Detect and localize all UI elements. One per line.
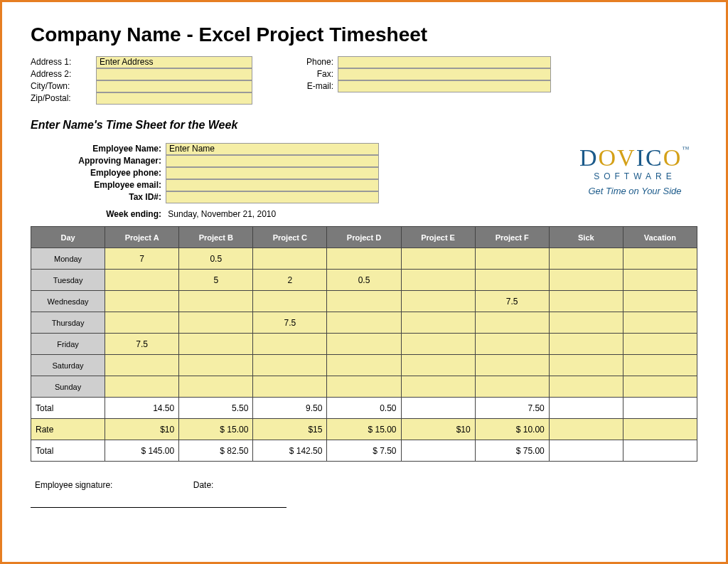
hours-cell[interactable]: [401, 376, 475, 398]
hours-cell[interactable]: [327, 248, 401, 270]
hours-cell[interactable]: 7.5: [475, 291, 549, 312]
table-row: Tuesday520.5: [31, 270, 697, 291]
hours-cell[interactable]: [549, 334, 623, 355]
hours-cell[interactable]: [401, 355, 475, 376]
hours-cell[interactable]: 5: [179, 270, 253, 291]
hours-cell[interactable]: [327, 312, 401, 334]
hours-cell[interactable]: [253, 355, 327, 376]
hours-cell[interactable]: [179, 334, 253, 355]
hours-cell[interactable]: [327, 291, 401, 312]
signature-line: [31, 507, 287, 508]
address2-input[interactable]: [96, 68, 252, 80]
grand-total-cell: $ 142.50: [253, 440, 327, 462]
employee-signature-label: Employee signature:: [35, 480, 112, 490]
zip-input[interactable]: [96, 92, 252, 105]
total-cell: 7.50: [475, 398, 549, 419]
hours-cell[interactable]: [253, 376, 327, 398]
hours-cell[interactable]: [549, 312, 623, 334]
hours-cell[interactable]: [105, 270, 179, 291]
hours-cell[interactable]: [549, 355, 623, 376]
email-input[interactable]: [338, 80, 551, 92]
hours-cell[interactable]: [327, 376, 401, 398]
day-cell: Wednesday: [31, 291, 105, 312]
timesheet-table: DayProject AProject BProject CProject DP…: [31, 226, 697, 462]
hours-cell[interactable]: [179, 312, 253, 334]
hours-cell[interactable]: [105, 291, 179, 312]
rate-symbol-cell[interactable]: $10: [105, 419, 179, 440]
hours-cell[interactable]: [475, 334, 549, 355]
hours-cell[interactable]: 7: [105, 248, 179, 270]
city-input[interactable]: [96, 80, 252, 92]
hours-cell[interactable]: [475, 376, 549, 398]
column-header: Day: [31, 227, 105, 248]
column-header: Project A: [105, 227, 179, 248]
table-row: Wednesday7.5: [31, 291, 697, 312]
hours-cell[interactable]: [401, 248, 475, 270]
approving-manager-input[interactable]: [166, 155, 379, 167]
address1-label: Address 1:: [31, 56, 96, 68]
address1-input[interactable]: Enter Address: [96, 56, 252, 68]
hours-cell[interactable]: [253, 334, 327, 355]
hours-cell[interactable]: [623, 270, 697, 291]
rate-blank-cell[interactable]: [623, 419, 697, 440]
approving-manager-label: Approving Manager:: [66, 155, 166, 167]
hours-cell[interactable]: [623, 376, 697, 398]
total-cell: 9.50: [253, 398, 327, 419]
hours-cell[interactable]: 7.5: [253, 312, 327, 334]
hours-cell[interactable]: [401, 334, 475, 355]
hours-cell[interactable]: [475, 270, 549, 291]
hours-cell[interactable]: [549, 248, 623, 270]
hours-cell[interactable]: [623, 334, 697, 355]
hours-cell[interactable]: [549, 376, 623, 398]
column-header: Project F: [475, 227, 549, 248]
column-header: Project E: [401, 227, 475, 248]
column-header: Project B: [179, 227, 253, 248]
hours-cell[interactable]: [179, 291, 253, 312]
hours-cell[interactable]: [623, 248, 697, 270]
table-row: Monday70.5: [31, 248, 697, 270]
rate-value-cell[interactable]: $ 15.00: [327, 419, 401, 440]
hours-cell[interactable]: [179, 376, 253, 398]
rate-row-label: Rate: [31, 419, 105, 440]
hours-cell[interactable]: [475, 355, 549, 376]
day-cell: Saturday: [31, 355, 105, 376]
rate-blank-cell[interactable]: [549, 419, 623, 440]
hours-cell[interactable]: [105, 376, 179, 398]
employee-phone-input[interactable]: [166, 167, 379, 179]
hours-cell[interactable]: [179, 355, 253, 376]
fax-input[interactable]: [338, 68, 551, 80]
hours-cell[interactable]: [623, 355, 697, 376]
hours-cell[interactable]: [105, 355, 179, 376]
hours-cell[interactable]: [401, 270, 475, 291]
tax-id-input[interactable]: [166, 191, 379, 203]
hours-cell[interactable]: 7.5: [105, 334, 179, 355]
hours-cell[interactable]: [327, 355, 401, 376]
hours-cell[interactable]: [327, 334, 401, 355]
hours-cell[interactable]: [253, 248, 327, 270]
employee-phone-label: Employee phone:: [66, 167, 166, 179]
hours-cell[interactable]: [549, 291, 623, 312]
hours-cell[interactable]: [401, 312, 475, 334]
employee-email-input[interactable]: [166, 179, 379, 191]
phone-label: Phone:: [295, 56, 338, 68]
rate-value-cell[interactable]: $ 15.00: [179, 419, 253, 440]
hours-cell[interactable]: 0.5: [327, 270, 401, 291]
hours-cell[interactable]: [623, 312, 697, 334]
phone-input[interactable]: [338, 56, 551, 68]
grand-total-cell: $ 7.50: [327, 440, 401, 462]
employee-name-input[interactable]: Enter Name: [166, 143, 379, 155]
total-row-label: Total: [31, 398, 105, 419]
hours-cell[interactable]: 0.5: [179, 248, 253, 270]
hours-cell[interactable]: [549, 270, 623, 291]
hours-cell[interactable]: 2: [253, 270, 327, 291]
rate-value-cell[interactable]: $ 10.00: [475, 419, 549, 440]
rate-symbol-cell[interactable]: $15: [253, 419, 327, 440]
hours-cell[interactable]: [253, 291, 327, 312]
hours-cell[interactable]: [623, 291, 697, 312]
hours-cell[interactable]: [475, 248, 549, 270]
rate-symbol-cell[interactable]: $10: [401, 419, 475, 440]
hours-cell[interactable]: [105, 312, 179, 334]
hours-cell[interactable]: [475, 312, 549, 334]
hours-cell[interactable]: [401, 291, 475, 312]
tax-id-label: Tax ID#:: [66, 191, 166, 203]
